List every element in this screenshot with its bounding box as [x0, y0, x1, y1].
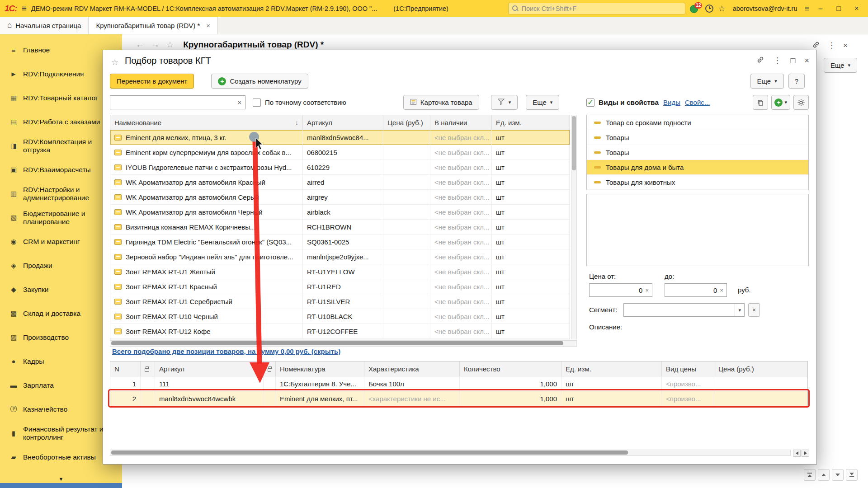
- page-kebab-menu-icon[interactable]: ⋮: [828, 42, 835, 49]
- products-more-button[interactable]: Еще ▾: [526, 95, 559, 110]
- go-first-button[interactable]: [804, 469, 816, 481]
- close-button[interactable]: ×: [850, 5, 863, 13]
- product-row[interactable]: Eminent для мелких, птица, 3 кг.manl8xdn…: [110, 130, 570, 145]
- segment-clear-button[interactable]: ×: [748, 303, 760, 317]
- main-menu-icon[interactable]: ≡: [22, 4, 27, 14]
- tree-item[interactable]: Товар со сроками годности: [587, 115, 808, 130]
- forward-button[interactable]: →: [151, 40, 160, 50]
- go-previous-button[interactable]: [818, 469, 830, 481]
- selected-row[interactable]: 11111С:Бухгалтерия 8. Уче...Бочка 100л1,…: [110, 376, 807, 391]
- tab-current-document[interactable]: Крупногабаритный товар (RDV) * ×: [89, 17, 218, 34]
- scrollbar-thumb[interactable]: [111, 450, 628, 455]
- selected-row[interactable]: 2manl8xdn5vwoc84wcwbkEminent для мелких,…: [110, 391, 807, 406]
- filter-button[interactable]: ▾: [491, 95, 518, 110]
- column-header-availability[interactable]: В наличии: [430, 115, 492, 130]
- product-search-input[interactable]: [110, 96, 234, 108]
- column-header-price[interactable]: Цена (руб.): [383, 115, 430, 130]
- product-row[interactable]: Зонт REMAX RT-U12 КофеRT-U12COFFEE<не вы…: [110, 324, 570, 339]
- products-horizontal-scrollbar[interactable]: [110, 340, 577, 347]
- settings-gear-button[interactable]: [793, 95, 809, 110]
- column-header-unit[interactable]: Ед. изм.: [561, 361, 662, 376]
- product-row[interactable]: Зонт REMAX RT-U1 ЖелтыйRT-U1YELLOW<не вы…: [110, 264, 570, 279]
- exact-match-checkbox[interactable]: [253, 99, 261, 107]
- tree-item[interactable]: Товары: [587, 130, 808, 145]
- segment-dropdown-icon[interactable]: ▾: [735, 304, 741, 316]
- price-to-label: до:: [665, 272, 674, 280]
- product-row[interactable]: Гирлянда TDM Electric "Бенгальский огоне…: [110, 235, 570, 249]
- product-row[interactable]: Зерновой набор "Индиан пейл эль" для при…: [110, 249, 570, 264]
- scrollbar-thumb[interactable]: [111, 341, 563, 345]
- types-properties-checkbox[interactable]: [586, 99, 594, 107]
- product-row[interactable]: Зонт REMAX RT-U1 СеребристыйRT-U1SILVER<…: [110, 294, 570, 309]
- notifications-icon[interactable]: 12: [690, 4, 701, 14]
- back-button[interactable]: ←: [136, 40, 144, 50]
- tree-item[interactable]: Товары: [587, 145, 808, 160]
- get-link-icon[interactable]: [812, 41, 820, 50]
- scroll-left-button[interactable]: [793, 450, 801, 457]
- create-nomenclature-button[interactable]: + Создать номенклатуру: [211, 74, 308, 89]
- column-header-sku[interactable]: Артикул: [155, 361, 264, 376]
- maximize-button[interactable]: □: [832, 5, 845, 13]
- product-row[interactable]: Eminent корм суперпремиум для взрослых с…: [110, 145, 570, 160]
- product-row[interactable]: WK Ароматизатор для автомобиля Серыйairg…: [110, 190, 570, 205]
- help-button[interactable]: ?: [788, 74, 805, 89]
- column-header-n[interactable]: N: [110, 361, 141, 376]
- clear-price-from-icon[interactable]: ×: [645, 287, 649, 294]
- segment-input[interactable]: ▾: [623, 303, 745, 317]
- products-vertical-scrollbar[interactable]: [571, 115, 577, 339]
- product-row[interactable]: Зонт REMAX RT-U1 КрасныйRT-U1RED<не выбр…: [110, 279, 570, 294]
- dialog-horizontal-scrollbar[interactable]: [110, 450, 791, 456]
- column-header-quantity[interactable]: Количество: [460, 361, 561, 376]
- dialog-close-icon[interactable]: ×: [804, 56, 809, 65]
- price-from-input[interactable]: 0 ×: [589, 283, 652, 297]
- service-menu-icon[interactable]: ≡: [804, 5, 809, 13]
- minimize-button[interactable]: –: [814, 5, 827, 13]
- transfer-to-document-button[interactable]: Перенести в документ: [110, 74, 194, 89]
- history-icon[interactable]: [705, 5, 713, 13]
- tree-item[interactable]: Товары для дома и быта: [587, 160, 808, 175]
- properties-link[interactable]: Свойс...: [685, 99, 710, 106]
- sidebar-splitter[interactable]: [0, 483, 122, 488]
- product-row[interactable]: Зонт REMAX RT-U10 ЧерныйRT-U10BLACK<не в…: [110, 309, 570, 324]
- types-link[interactable]: Виды: [663, 99, 680, 106]
- column-header-characteristic[interactable]: Характеристика: [364, 361, 460, 376]
- product-card-button[interactable]: Карточка товара: [403, 95, 479, 110]
- selection-summary-link[interactable]: Всего подобрано две позиции товаров, на …: [112, 347, 340, 355]
- column-header-price[interactable]: Цена (руб.): [714, 361, 807, 376]
- tab-home[interactable]: ⌂ Начальная страница: [0, 17, 89, 34]
- add-type-button[interactable]: + ▾: [771, 95, 790, 110]
- favorite-star-icon[interactable]: ☆: [166, 40, 174, 50]
- go-next-button[interactable]: [832, 469, 844, 481]
- page-close-icon[interactable]: ×: [843, 42, 848, 49]
- dialog-favorite-star-icon[interactable]: ☆: [111, 57, 118, 67]
- scrollbar-thumb[interactable]: [572, 116, 576, 170]
- clear-price-to-icon[interactable]: ×: [720, 287, 723, 294]
- column-header-nomenclature[interactable]: Номенклатура: [276, 361, 364, 376]
- tree-item[interactable]: Товары для животных: [587, 175, 808, 190]
- column-header-name[interactable]: Наименование ↓: [110, 115, 303, 130]
- scroll-right-button[interactable]: [802, 450, 809, 457]
- dialog-more-button[interactable]: Еще ▾: [750, 74, 784, 89]
- clear-search-icon[interactable]: ×: [234, 99, 245, 106]
- product-row[interactable]: IYOUB Гидрогелевые патчи с экстрактом ро…: [110, 160, 570, 175]
- dialog-maximize-icon[interactable]: □: [791, 56, 796, 65]
- price-to-input[interactable]: 0 ×: [665, 283, 727, 297]
- user-account[interactable]: aborovtsova@rdv-it.ru: [733, 5, 797, 12]
- dialog-kebab-menu-icon[interactable]: ⋮: [774, 56, 782, 65]
- selected-cell-price-type: <произво...: [662, 376, 714, 391]
- global-search-input[interactable]: Поиск Ctrl+Shift+F: [508, 3, 685, 14]
- copy-button[interactable]: [753, 95, 768, 110]
- product-row[interactable]: WK Ароматизатор для автомобиля Красныйai…: [110, 175, 570, 190]
- column-header-sku[interactable]: Артикул: [303, 115, 383, 130]
- tree-item-label: Товары: [606, 149, 629, 156]
- favorites-star-icon[interactable]: ☆: [718, 5, 725, 13]
- product-row[interactable]: WK Ароматизатор для автомобиля Черныйair…: [110, 205, 570, 220]
- product-row[interactable]: Визитница кожаная REMAX Коричневы...RCH1…: [110, 220, 570, 235]
- column-header-unit[interactable]: Ед. изм.: [492, 115, 570, 130]
- go-last-button[interactable]: [846, 469, 858, 481]
- get-link-icon[interactable]: [756, 56, 764, 65]
- column-header-price-type[interactable]: Вид цены: [662, 361, 714, 376]
- page-more-button[interactable]: Еще ▾: [824, 58, 857, 73]
- tab-close-icon[interactable]: ×: [206, 22, 210, 29]
- sidebar-expand-icon[interactable]: ▼: [0, 475, 122, 483]
